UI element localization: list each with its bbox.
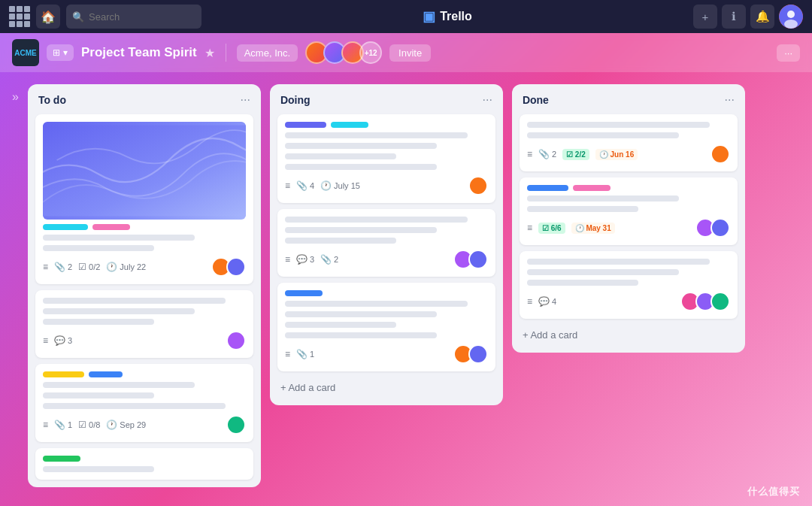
card-avatars bbox=[226, 415, 246, 435]
meta-due-date: 🕐July 15 bbox=[320, 180, 360, 191]
member-count-badge[interactable]: +12 bbox=[359, 41, 382, 64]
card-avatar bbox=[226, 331, 246, 350]
due-date-badge: 🕐 Jun 16 bbox=[595, 149, 638, 160]
meta-comments: 💬4 bbox=[538, 296, 556, 307]
card-todo-4-tags bbox=[43, 456, 246, 462]
search-input[interactable] bbox=[66, 5, 201, 29]
board-title: Project Team Spirit bbox=[81, 45, 197, 60]
card-text-line bbox=[43, 298, 226, 304]
workspace-name-button[interactable]: Acme, Inc. bbox=[237, 44, 298, 62]
meta-comments: 💬3 bbox=[54, 335, 72, 346]
more-options-button[interactable]: ··· bbox=[777, 44, 800, 62]
card-doing-3-meta: ≡ 📎1 bbox=[285, 344, 488, 364]
card-text-line bbox=[43, 235, 195, 241]
card-doing-2-meta: ≡ 💬3 📎2 bbox=[285, 250, 488, 269]
list-todo-header: To do ··· bbox=[35, 92, 253, 108]
tag-indigo bbox=[285, 122, 326, 128]
card-text-line bbox=[285, 322, 397, 328]
card-text-line bbox=[285, 238, 397, 244]
card-text-line bbox=[43, 392, 155, 398]
invite-button[interactable]: Invite bbox=[389, 44, 431, 62]
card-text-line bbox=[285, 153, 397, 159]
tag-pink bbox=[573, 185, 611, 191]
nav-right: + ℹ 🔔 bbox=[693, 5, 803, 29]
card-todo-3-tags bbox=[43, 371, 246, 377]
card-text-line bbox=[285, 332, 438, 338]
left-sidebar: » bbox=[12, 84, 19, 110]
card-text-line bbox=[527, 122, 710, 128]
card-done-1-meta: ≡ 📎2 ☑ 2/2 🕐 Jun 16 bbox=[527, 144, 730, 164]
card-text-line bbox=[43, 403, 226, 409]
meta-comments: 💬3 bbox=[296, 254, 314, 265]
list-todo-title: To do bbox=[38, 94, 66, 106]
notifications-button[interactable]: 🔔 bbox=[750, 5, 774, 29]
card-todo-1-meta: ≡ 📎2 ☑0/2 🕐July 22 bbox=[43, 257, 246, 277]
card-todo-2: ≡ 💬3 bbox=[35, 290, 253, 358]
list-todo-menu-button[interactable]: ··· bbox=[241, 93, 250, 107]
card-text-line bbox=[43, 466, 155, 472]
card-text-line bbox=[527, 206, 639, 212]
card-text-line bbox=[285, 311, 438, 317]
card-avatar bbox=[468, 344, 488, 364]
card-text-line bbox=[285, 164, 438, 170]
list-doing-menu-button[interactable]: ··· bbox=[483, 93, 492, 107]
meta-menu-icon: ≡ bbox=[527, 296, 532, 307]
card-doing-3: ≡ 📎1 bbox=[277, 283, 495, 371]
info-button[interactable]: ℹ bbox=[722, 5, 746, 29]
board-type-button[interactable]: ⊞▾ bbox=[47, 44, 74, 61]
meta-attachments: 📎2 bbox=[54, 262, 72, 272]
board-header: ACME ⊞▾ Project Team Spirit ★ Acme, Inc.… bbox=[0, 33, 812, 72]
card-avatar bbox=[710, 144, 730, 164]
card-done-3-meta: ≡ 💬4 bbox=[527, 292, 730, 311]
card-text-line bbox=[285, 143, 438, 149]
card-todo-1-tags bbox=[43, 224, 246, 230]
list-doing: Doing ··· ≡ 📎4 🕐July 15 bbox=[270, 84, 503, 405]
grid-menu-icon[interactable] bbox=[9, 6, 30, 27]
card-text-line bbox=[43, 319, 155, 325]
tag-green bbox=[43, 456, 80, 462]
add-card-done-button[interactable]: + Add a card bbox=[520, 325, 738, 345]
add-card-doing-button[interactable]: + Add a card bbox=[277, 377, 495, 398]
card-text-line bbox=[527, 132, 680, 138]
list-done-menu-button[interactable]: ··· bbox=[725, 93, 735, 107]
card-done-1: ≡ 📎2 ☑ 2/2 🕐 Jun 16 bbox=[520, 114, 738, 171]
add-button[interactable]: + bbox=[693, 5, 717, 29]
due-date-badge: 🕐 May 31 bbox=[571, 223, 615, 234]
meta-menu-icon: ≡ bbox=[527, 149, 532, 159]
card-avatars bbox=[226, 331, 246, 350]
meta-menu-icon: ≡ bbox=[43, 335, 48, 346]
card-todo-1: ≡ 📎2 ☑0/2 🕐July 22 bbox=[35, 114, 253, 284]
tag-cyan bbox=[43, 224, 88, 230]
card-text-line bbox=[285, 217, 468, 223]
meta-menu-icon: ≡ bbox=[43, 262, 48, 272]
card-cover-image bbox=[43, 122, 246, 220]
card-todo-4 bbox=[35, 448, 253, 480]
meta-attachments: 📎1 bbox=[54, 420, 72, 430]
top-nav: 🏠 🔍 ▣ Trello + ℹ 🔔 bbox=[0, 0, 812, 33]
card-avatar bbox=[468, 176, 488, 195]
sidebar-toggle-icon[interactable]: » bbox=[12, 90, 19, 104]
card-done-2-meta: ≡ ☑ 6/6 🕐 May 31 bbox=[527, 218, 730, 238]
tag-blue bbox=[285, 290, 323, 296]
list-done: Done ··· ≡ 📎2 ☑ 2/2 🕐 Jun 16 bbox=[512, 84, 745, 353]
member-avatars: +12 bbox=[305, 41, 382, 64]
card-text-line bbox=[527, 269, 680, 275]
meta-due-date: 🕐Sep 29 bbox=[106, 420, 146, 430]
user-avatar[interactable] bbox=[779, 5, 803, 29]
card-done-2: ≡ ☑ 6/6 🕐 May 31 bbox=[520, 177, 738, 245]
workspace-logo: ACME bbox=[12, 39, 39, 66]
home-button[interactable]: 🏠 bbox=[36, 5, 60, 29]
tag-blue bbox=[527, 185, 568, 191]
board-content: » To do ··· bbox=[0, 72, 812, 506]
meta-checklist: ☑0/2 bbox=[78, 262, 100, 272]
card-avatars bbox=[453, 344, 488, 364]
meta-menu-icon: ≡ bbox=[285, 254, 290, 265]
card-doing-1-meta: ≡ 📎4 🕐July 15 bbox=[285, 176, 488, 195]
card-avatars bbox=[211, 257, 246, 277]
card-avatars bbox=[680, 292, 730, 311]
star-button[interactable]: ★ bbox=[205, 46, 215, 60]
meta-due-date: 🕐July 22 bbox=[106, 262, 146, 272]
card-todo-3-meta: ≡ 📎1 ☑0/8 🕐Sep 29 bbox=[43, 415, 246, 435]
card-done-3: ≡ 💬4 bbox=[520, 251, 738, 319]
card-text-line bbox=[285, 301, 468, 307]
